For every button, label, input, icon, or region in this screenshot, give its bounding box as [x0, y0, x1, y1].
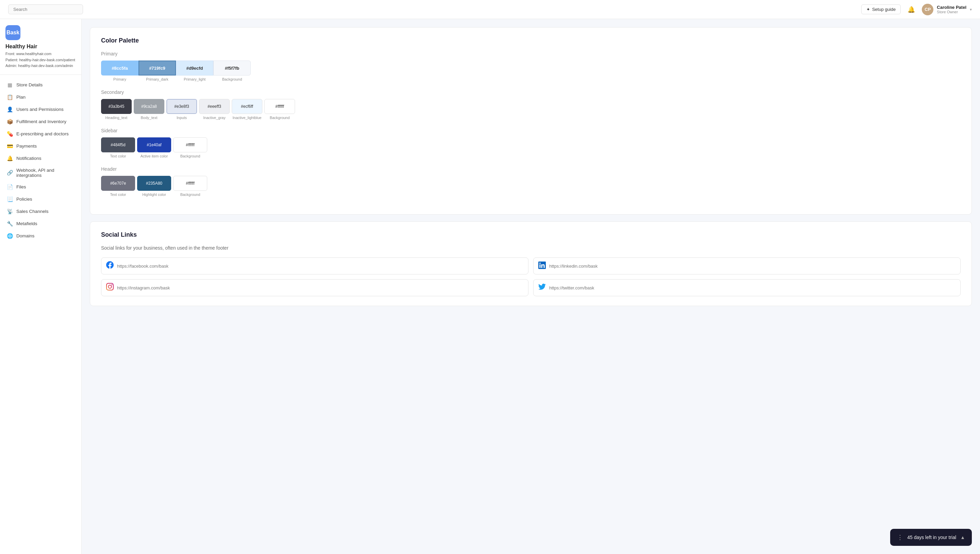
twitter-input-row [533, 279, 961, 296]
primary-swatches-row: #8cc5fa Primary #719fc9 Primary_dark #d9… [101, 60, 961, 81]
instagram-icon [106, 283, 114, 293]
swatch-background[interactable]: #f5f7fb [214, 60, 251, 75]
sidebar-item-store-details[interactable]: ▦ Store Details [3, 79, 79, 91]
sidebar-item-users-permissions[interactable]: 👤 Users and Permissions [3, 103, 79, 116]
swatch-label-header-text: Text color [110, 193, 126, 197]
swatch-label-primary-dark: Primary_dark [146, 77, 168, 81]
nav-label-metafields: Metafields [16, 221, 37, 226]
swatch-label-inactive-lightblue: Inactive_lightblue [233, 116, 261, 120]
swatch-item-primary-dark: #719fc9 Primary_dark [139, 60, 176, 81]
swatch-sidebar-bg[interactable]: #ffffff [173, 137, 207, 152]
swatch-label-primary: Primary [113, 77, 126, 81]
swatch-inactive-gray[interactable]: #eeeff3 [199, 99, 230, 114]
swatch-primary-dark[interactable]: #719fc9 [139, 60, 176, 75]
swatch-label-heading: Heading_text [105, 116, 127, 120]
primary-section: Primary #8cc5fa Primary #719fc9 Primary_… [101, 51, 961, 81]
swatch-item-body: #9ca2a8 Body_text [134, 99, 164, 120]
secondary-swatches: #3a3b45 Heading_text #9ca2a8 Body_text #… [101, 99, 961, 120]
header-swatches: #6e707e Text color #235A80 Highlight col… [101, 176, 961, 197]
trial-text: 45 days left in your trial [907, 535, 956, 540]
nav-label-e-prescribing: E-prescribing and doctors [16, 131, 69, 136]
nav-icon-e-prescribing: 💊 [7, 131, 13, 137]
swatch-item-inactive-gray: #eeeff3 Inactive_gray [199, 99, 230, 120]
nav-icon-users-permissions: 👤 [7, 107, 13, 113]
swatch-label-body: Body_text [141, 116, 158, 120]
sidebar-swatches: #484f5d Text color #1e40af Active item c… [101, 137, 961, 158]
setup-guide-button[interactable]: ✦ Setup guide [861, 5, 901, 14]
sidebar-item-sales-channels[interactable]: 📡 Sales Channels [3, 205, 79, 218]
swatch-label-bg-white: Background [270, 116, 290, 120]
sidebar-section-label: Sidebar [101, 128, 961, 133]
swatch-label-sidebar-text: Text color [110, 154, 126, 158]
swatch-body[interactable]: #9ca2a8 [134, 99, 164, 114]
nav-icon-plan: 📋 [7, 94, 13, 100]
swatch-item-primary: #8cc5fa Primary [101, 60, 139, 81]
sidebar-item-plan[interactable]: 📋 Plan [3, 91, 79, 103]
swatch-header-highlight[interactable]: #235A80 [137, 176, 171, 191]
color-palette-title: Color Palette [101, 37, 961, 44]
twitter-input[interactable] [549, 285, 956, 290]
swatch-primary[interactable]: #8cc5fa [101, 60, 139, 75]
nav-icon-sales-channels: 📡 [7, 209, 13, 215]
swatch-primary-light[interactable]: #d9ecfd [176, 60, 214, 75]
sidebar-color-section: Sidebar #484f5d Text color #1e40af Activ… [101, 128, 961, 158]
nav-label-webhook-api: Webhook, API and intergrations [16, 168, 75, 178]
header-section-label: Header [101, 166, 961, 172]
swatch-item-sidebar-bg: #ffffff Background [173, 137, 207, 158]
social-links-card: Social Links Social links for your busin… [90, 221, 972, 306]
instagram-input-row [101, 279, 529, 296]
color-palette-card: Color Palette Primary #8cc5fa Primary #7… [90, 27, 972, 215]
nav-label-plan: Plan [16, 94, 25, 100]
swatch-inputs[interactable]: #e3e8f3 [166, 99, 197, 114]
nav-icon-domains: 🌐 [7, 233, 13, 239]
swatch-header-bg[interactable]: #ffffff [173, 176, 207, 191]
secondary-section-label: Secondary [101, 89, 961, 95]
user-text: Caroline Patel Store Owner [937, 5, 966, 14]
sidebar-item-webhook-api[interactable]: 🔗 Webhook, API and intergrations [3, 165, 79, 181]
swatch-label-sidebar-active: Active item color [140, 154, 168, 158]
facebook-input-row [101, 258, 529, 274]
front-url: Front: www.healthyhair.com [5, 51, 76, 57]
swatch-heading[interactable]: #3a3b45 [101, 99, 132, 114]
nav-icon-fulfillment-inventory: 📦 [7, 119, 13, 125]
instagram-input[interactable] [117, 285, 523, 290]
sidebar-item-policies[interactable]: 📃 Policies [3, 193, 79, 205]
sidebar-nav: ▦ Store Details 📋 Plan 👤 Users and Permi… [0, 78, 81, 554]
brand-links: Front: www.healthyhair.com Patient: heal… [5, 51, 76, 69]
social-inputs-grid [101, 258, 961, 296]
sidebar-item-notifications[interactable]: 🔔 Notifications [3, 152, 79, 165]
sidebar-item-payments[interactable]: 💳 Payments [3, 140, 79, 152]
swatch-bg-white[interactable]: #ffffff [265, 99, 295, 114]
swatch-item-header-text: #6e707e Text color [101, 176, 135, 197]
user-name: Caroline Patel [937, 5, 966, 10]
swatch-sidebar-active[interactable]: #1e40af [137, 137, 171, 152]
swatch-item-header-bg: #ffffff Background [173, 176, 207, 197]
sidebar-item-metafields[interactable]: 🔧 Metafields [3, 218, 79, 230]
header-left [8, 5, 83, 14]
bell-icon[interactable]: 🔔 [908, 6, 915, 13]
primary-swatches: #8cc5fa Primary #719fc9 Primary_dark #d9… [101, 60, 251, 81]
brand-name: Healthy Hair [5, 43, 76, 49]
swatch-label-sidebar-bg: Background [180, 154, 201, 158]
sidebar-item-files[interactable]: 📄 Files [3, 181, 79, 193]
swatch-header-text[interactable]: #6e707e [101, 176, 135, 191]
sidebar-item-fulfillment-inventory[interactable]: 📦 Fulfillment and Inventory [3, 116, 79, 128]
facebook-icon [106, 261, 114, 271]
patient-url: Patient: healthy-hair.dev-bask.com/patie… [5, 57, 76, 63]
sidebar-item-e-prescribing[interactable]: 💊 E-prescribing and doctors [3, 128, 79, 140]
swatch-sidebar-text[interactable]: #484f5d [101, 137, 135, 152]
trial-banner[interactable]: ⋮ 45 days left in your trial ▲ [890, 529, 972, 546]
swatch-item-heading: #3a3b45 Heading_text [101, 99, 132, 120]
swatch-label-header-bg: Background [180, 193, 201, 197]
search-input[interactable] [8, 5, 83, 14]
avatar: CP [922, 4, 934, 15]
sidebar-item-domains[interactable]: 🌐 Domains [3, 230, 79, 242]
sidebar-divider [0, 75, 81, 75]
social-links-title: Social Links [101, 231, 961, 239]
linkedin-input[interactable] [549, 264, 956, 269]
facebook-input[interactable] [117, 264, 523, 269]
top-header: ✦ Setup guide 🔔 CP Caroline Patel Store … [0, 0, 980, 19]
user-info[interactable]: CP Caroline Patel Store Owner ▾ [922, 4, 972, 15]
swatch-inactive-lightblue[interactable]: #ecf6ff [232, 99, 262, 114]
nav-icon-notifications: 🔔 [7, 155, 13, 162]
